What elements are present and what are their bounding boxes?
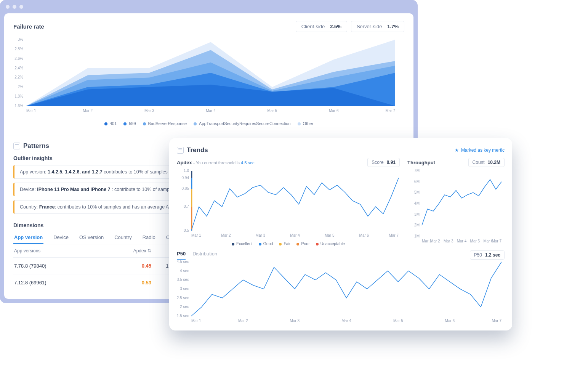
svg-text:Mar 1: Mar 1 (191, 319, 201, 323)
svg-text:4M: 4M (414, 201, 420, 205)
svg-text:Mar 5: Mar 5 (325, 233, 335, 237)
svg-text:Mar 4: Mar 4 (206, 109, 216, 113)
svg-text:Mar 5: Mar 5 (393, 319, 403, 323)
svg-text:Mar 7: Mar 7 (385, 109, 395, 113)
p50-tab[interactable]: P50 (177, 251, 186, 260)
svg-text:3 sec: 3 sec (180, 287, 189, 291)
patterns-title-text: Patterns (23, 142, 49, 150)
apdex-label: Apdex - You current threshold is 4.5 sec (177, 160, 255, 165)
svg-text:Mar 6: Mar 6 (445, 319, 455, 323)
svg-text:Mar 1: Mar 1 (191, 233, 201, 237)
p50-chart: 4.5 sec4 sec3.5 sec3 sec2.5 sec2 sec1.5 … (177, 260, 505, 324)
dimension-tab[interactable]: App version (13, 231, 43, 244)
p50-tab[interactable]: Distribution (192, 251, 217, 260)
throughput-chart: 7M6M5M4M3M2M1MMar 1Mar 2Mar 3Mar 4Mar 5M… (407, 168, 505, 245)
svg-text:Mar 4: Mar 4 (290, 233, 300, 237)
legend-item: 599 (123, 121, 136, 126)
window-dot (6, 5, 10, 9)
p50-tabs: P50Distribution (177, 251, 217, 260)
svg-text:3.5 sec: 3.5 sec (177, 278, 189, 282)
window-dot (19, 5, 23, 9)
server-side-pill: Server-side 1.7% (351, 21, 404, 32)
svg-text:1.0: 1.0 (184, 168, 189, 173)
col-apdex[interactable]: Apdex ⇅ (128, 248, 151, 253)
svg-text:2.5 sec: 2.5 sec (177, 296, 189, 300)
svg-text:3%: 3% (18, 38, 24, 42)
client-side-value: 2.5% (330, 24, 341, 29)
throughput-chip: Count10.2M (468, 158, 505, 167)
svg-text:2.6%: 2.6% (14, 56, 23, 61)
trends-title: Trends (177, 146, 208, 154)
svg-text:Mar 7: Mar 7 (389, 233, 399, 237)
apdex-chart: 1.00.940.850.70.5Mar 1Mar 2Mar 3Mar 4Mar… (177, 168, 402, 239)
trends-icon (177, 147, 184, 154)
server-side-value: 1.7% (387, 24, 399, 29)
svg-text:0.7: 0.7 (184, 204, 189, 209)
svg-text:2.4%: 2.4% (14, 66, 23, 70)
svg-text:Mar 2: Mar 2 (221, 233, 231, 237)
server-side-label: Server-side (357, 24, 382, 29)
svg-text:0.94: 0.94 (182, 176, 189, 180)
dimension-tab[interactable]: Device (53, 231, 69, 244)
window-titlebar (0, 0, 417, 13)
p50-chip: P501.2 sec (470, 250, 505, 260)
svg-text:7M: 7M (414, 168, 420, 173)
svg-text:2.8%: 2.8% (14, 47, 23, 51)
svg-text:Mar 5: Mar 5 (268, 109, 277, 113)
legend-item: Good (259, 241, 273, 246)
svg-text:Mar 2: Mar 2 (430, 239, 440, 243)
svg-text:Mar 3: Mar 3 (290, 319, 300, 323)
svg-text:2 sec: 2 sec (180, 305, 189, 309)
svg-text:0.85: 0.85 (182, 186, 189, 191)
svg-text:1.5 sec: 1.5 sec (177, 314, 189, 318)
svg-text:0.5: 0.5 (184, 228, 189, 233)
svg-text:3M: 3M (414, 212, 420, 217)
legend-item: BadServerResponse (143, 121, 187, 126)
svg-text:Mar 4: Mar 4 (341, 319, 351, 323)
svg-text:Mar 1: Mar 1 (26, 109, 36, 113)
key-metric-text: Marked as key mertic (461, 148, 505, 153)
legend-item: Unacceptable (316, 241, 345, 246)
dimension-tab[interactable]: OS version (79, 231, 104, 244)
window-dot (13, 5, 16, 9)
legend-item: 401 (104, 121, 117, 126)
svg-text:Mar 7: Mar 7 (492, 319, 501, 323)
svg-text:Mar 5: Mar 5 (470, 239, 480, 243)
svg-text:1.6%: 1.6% (14, 104, 23, 108)
svg-text:2M: 2M (414, 223, 420, 227)
svg-text:Mar 3: Mar 3 (144, 109, 154, 113)
svg-text:Mar 3: Mar 3 (444, 239, 453, 243)
failure-rate-chart: 3%2.8%2.6%2.4%2.2%2%1.8%1.6%Mar 1Mar 2Ma… (4, 36, 413, 118)
svg-text:6M: 6M (414, 180, 420, 184)
svg-text:1.8%: 1.8% (14, 94, 23, 98)
svg-text:Mar 2: Mar 2 (238, 319, 248, 323)
col-app-versions: App versions (14, 248, 128, 253)
legend-item: Fair (279, 241, 290, 246)
key-metric-badge[interactable]: ★ Marked as key mertic (455, 148, 505, 153)
trends-card: Trends ★ Marked as key mertic Apdex - Yo… (169, 138, 512, 330)
star-icon: ★ (455, 148, 459, 153)
svg-text:Mar 2: Mar 2 (83, 109, 93, 113)
dimension-tab[interactable]: Radio (142, 231, 156, 244)
legend-item: Excellent (232, 241, 253, 246)
svg-text:5M: 5M (414, 190, 420, 194)
throughput-label: Throughput (407, 160, 435, 165)
svg-text:2.2%: 2.2% (14, 75, 23, 79)
apdex-score-chip: Score0.91 (367, 158, 400, 167)
svg-text:1M: 1M (414, 234, 420, 238)
patterns-icon (13, 143, 20, 149)
svg-text:2%: 2% (18, 85, 24, 89)
svg-text:Mar 3: Mar 3 (256, 233, 266, 237)
svg-text:4 sec: 4 sec (180, 269, 189, 273)
client-side-label: Client-side (301, 24, 325, 29)
client-side-pill: Client-side 2.5% (296, 21, 347, 32)
svg-text:Mar 6: Mar 6 (359, 233, 369, 237)
svg-text:Mar 4: Mar 4 (457, 239, 467, 243)
legend-item: AppTransportSecurityRequiresSecureConnec… (194, 121, 291, 126)
legend-item: Other (298, 121, 314, 126)
legend-item: Poor (296, 241, 309, 246)
svg-text:4.5 sec: 4.5 sec (177, 260, 189, 264)
dimension-tab[interactable]: Country (114, 231, 133, 244)
svg-text:Mar 6: Mar 6 (329, 109, 339, 113)
trends-title-text: Trends (187, 146, 208, 154)
